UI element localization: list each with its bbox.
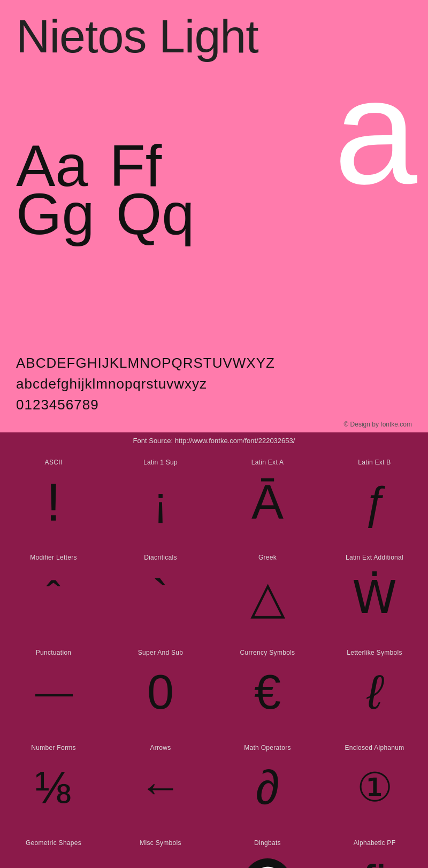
cell-symbol-modifier: ˆ (47, 568, 61, 626)
cell-symbol-currency: € (254, 663, 281, 722)
cell-label-enclosedal: Enclosed Alphanum (345, 744, 404, 751)
cell-label-greek: Greek (258, 554, 277, 561)
cell-symbol-miscsymbols: ☺ (139, 853, 182, 868)
grid-cell-mathoperators: Math Operators ∂ (214, 734, 321, 830)
cell-symbol-dingbats-wrapper: ① (243, 853, 292, 868)
alphabet-section: ABCDEFGHIJKLMNOPQRSTUVWXYZ abcdefghijklm… (0, 342, 428, 415)
cell-label-miscsymbols: Misc Symbols (140, 839, 181, 847)
font-source: Font Source: http://www.fontke.com/font/… (0, 432, 428, 449)
cell-label-numberforms: Number Forms (31, 744, 76, 751)
grid-cell-alphabeticpf: Alphabetic PF ﬁ (321, 830, 428, 868)
grid-cell-modifier: Modifier Letters ˆ (0, 544, 107, 639)
cell-label-punctuation: Punctuation (36, 649, 72, 656)
grid-cell-currency: Currency Symbols € (214, 639, 321, 734)
grid-cell-geoshapes: Geometric Shapes ◇ (0, 830, 107, 868)
cell-symbol-latinexta: Ā (251, 472, 284, 531)
cell-label-latinexta: Latin Ext A (251, 459, 284, 466)
copyright: © Design by fontke.com (0, 415, 428, 432)
grid-cell-letterlike: Letterlike Symbols ℓ (321, 639, 428, 734)
grid-cell-punctuation: Punctuation — (0, 639, 107, 734)
cell-label-modifier: Modifier Letters (30, 554, 77, 561)
cell-label-ascii: ASCII (45, 459, 63, 466)
cell-label-latinextadd: Latin Ext Additional (346, 554, 403, 561)
cell-symbol-latin1sup: ¡ (154, 472, 168, 531)
cell-label-arrows: Arrows (150, 744, 171, 751)
cell-label-latin1sup: Latin 1 Sup (143, 459, 178, 466)
cell-symbol-mathoperators: ∂ (256, 758, 279, 817)
cell-label-alphabeticpf: Alphabetic PF (354, 839, 396, 847)
grid-cell-latinextb: Latin Ext B ƒ (321, 449, 428, 544)
grid-cell-diacritics: Diacriticals ` (107, 544, 214, 639)
alphabet-upper: ABCDEFGHIJKLMNOPQRSTUVWXYZ (16, 353, 412, 374)
cell-symbol-dingbats: ① (243, 858, 292, 868)
cell-symbol-latinextadd: Ẇ (352, 568, 397, 626)
cell-symbol-geoshapes: ◇ (37, 853, 70, 868)
grid-cell-enclosedal: Enclosed Alphanum ① (321, 734, 428, 830)
cell-symbol-greek: △ (250, 568, 285, 626)
cell-label-currency: Currency Symbols (240, 649, 295, 656)
cell-symbol-enclosedal: ① (357, 758, 393, 817)
cell-symbol-letterlike: ℓ (366, 663, 382, 722)
header-section: Nietos Light Aa Ff a Gg Qq (0, 0, 428, 342)
letter-pair-qq: Qq (116, 184, 195, 243)
grid-cell-latinextadd: Latin Ext Additional Ẇ (321, 544, 428, 639)
cell-symbol-latinextb: ƒ (362, 472, 387, 531)
cell-symbol-ascii: ! (46, 472, 61, 531)
grid-cell-latin1sup: Latin 1 Sup ¡ (107, 449, 214, 544)
symbol-grid: ASCII ! Latin 1 Sup ¡ Latin Ext A Ā Lati… (0, 449, 428, 868)
cell-symbol-superandsub: 0 (147, 663, 174, 722)
cell-label-latinextb: Latin Ext B (358, 459, 391, 466)
grid-cell-numberforms: Number Forms ⅛ (0, 734, 107, 830)
cell-label-geoshapes: Geometric Shapes (26, 839, 81, 847)
cell-symbol-alphabeticpf: ﬁ (363, 853, 387, 868)
grid-cell-dingbats: Dingbats ① (214, 830, 321, 868)
cell-symbol-punctuation: — (35, 663, 72, 722)
grid-cell-ascii: ASCII ! (0, 449, 107, 544)
grid-cell-arrows: Arrows ← (107, 734, 214, 830)
letter-large-a: a (334, 68, 417, 195)
grid-cell-latinexta: Latin Ext A Ā (214, 449, 321, 544)
digits: 0123456789 (16, 394, 412, 415)
grid-cell-miscsymbols: Misc Symbols ☺ (107, 830, 214, 868)
grid-cell-superandsub: Super And Sub 0 (107, 639, 214, 734)
cell-label-dingbats: Dingbats (254, 839, 281, 847)
cell-label-superandsub: Super And Sub (138, 649, 184, 656)
letter-showcase-1: Aa Ff a (16, 68, 412, 195)
cell-label-diacritics: Diacriticals (144, 554, 177, 561)
alphabet-lower: abcdefghijklmnopqrstuvwxyz (16, 374, 412, 394)
cell-symbol-diacritics: ` (152, 568, 169, 626)
cell-label-letterlike: Letterlike Symbols (347, 649, 402, 656)
grid-cell-greek: Greek △ (214, 544, 321, 639)
cell-symbol-numberforms: ⅛ (35, 758, 73, 817)
cell-label-mathoperators: Math Operators (244, 744, 291, 751)
letter-pair-gg: Gg (16, 184, 95, 243)
cell-symbol-arrows: ← (139, 758, 182, 817)
